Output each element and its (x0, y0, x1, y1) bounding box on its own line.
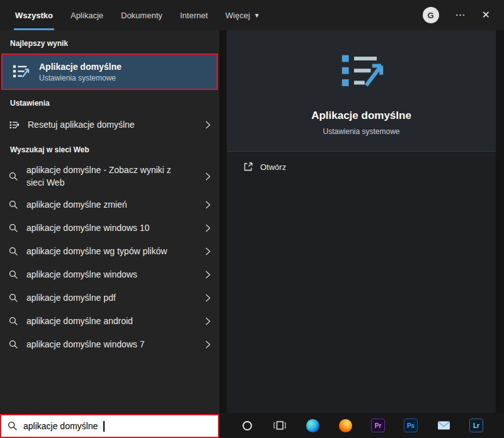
tab-more[interactable]: Więcej ▼ (217, 0, 269, 30)
search-flyout-window: Wszystko Aplikacje Dokumenty Internet Wi… (0, 0, 504, 438)
tab-all[interactable]: Wszystko (6, 0, 62, 30)
search-input[interactable]: aplikacje domyślne (0, 414, 219, 438)
lightroom-icon[interactable]: Lr (467, 417, 485, 434)
firefox-browser-icon[interactable] (336, 417, 354, 434)
chevron-right-icon[interactable] (205, 317, 210, 325)
tab-apps-label: Aplikacje (71, 11, 103, 20)
web-search-section-header: Wyszukaj w sieci Web (0, 137, 219, 160)
preview-title: Aplikacje domyślne (311, 110, 411, 122)
suggestion-label: aplikacje domyślne - Zobacz wyniki z sie… (26, 160, 185, 193)
search-query-text: aplikacje domyślne (23, 421, 98, 431)
web-suggestion-row[interactable]: aplikacje domyślne windows (0, 263, 219, 286)
chevron-right-icon[interactable] (205, 294, 210, 302)
search-icon (9, 200, 18, 210)
chevron-down-icon: ▼ (254, 12, 260, 19)
account-avatar[interactable]: G (423, 7, 439, 23)
taskbar: Pr Ps Lr (219, 413, 504, 438)
chevron-right-icon[interactable] (205, 121, 210, 129)
search-icon (9, 270, 18, 279)
tabbar-right-controls: G ⋯ ✕ (423, 0, 504, 30)
search-icon (9, 223, 18, 233)
suggestion-label: aplikacje domyślne wg typów plików (26, 241, 167, 261)
web-suggestion-row[interactable]: aplikacje domyślne windows 10 (0, 216, 219, 240)
settings-section-header: Ustawienia (0, 90, 219, 113)
photoshop-icon[interactable]: Ps (402, 417, 420, 434)
suggestion-label: aplikacje domyślne android (26, 311, 133, 331)
tab-apps[interactable]: Aplikacje (62, 0, 112, 30)
default-apps-icon (11, 63, 30, 81)
search-icon (9, 247, 18, 256)
best-match-subtitle: Ustawienia systemowe (39, 74, 122, 82)
premiere-badge-label: Pr (371, 418, 385, 432)
default-apps-list-icon (9, 120, 20, 130)
results-panel: Najlepszy wynik Aplikacje domyślne Ustaw… (0, 30, 219, 438)
tab-documents-label: Dokumenty (121, 11, 163, 20)
tab-web-label: Internet (180, 11, 208, 20)
search-icon (9, 317, 18, 326)
photoshop-badge-label: Ps (404, 418, 418, 432)
close-icon[interactable]: ✕ (482, 10, 490, 20)
search-icon (9, 293, 18, 303)
open-icon (243, 162, 253, 172)
cortana-icon[interactable] (238, 417, 256, 434)
text-caret (103, 421, 105, 432)
best-match-header: Najlepszy wynik (0, 30, 219, 53)
search-filter-tabbar: Wszystko Aplikacje Dokumenty Internet Wi… (0, 0, 504, 30)
preview-header: Aplikacje domyślne Ustawienia systemowe (227, 30, 496, 152)
result-label: Resetuj aplikacje domyślne (28, 115, 135, 135)
lightroom-badge-label: Lr (469, 418, 483, 432)
suggestion-label: aplikacje domyślne windows 10 (26, 218, 149, 238)
chevron-right-icon[interactable] (205, 201, 210, 209)
search-icon (9, 172, 18, 181)
web-suggestion-row[interactable]: aplikacje domyślne zmień (0, 193, 219, 216)
result-reset-default-apps[interactable]: Resetuj aplikacje domyślne (0, 113, 219, 137)
chevron-right-icon[interactable] (205, 224, 210, 232)
best-match-texts: Aplikacje domyślne Ustawienia systemowe (39, 62, 122, 82)
web-suggestion-row[interactable]: aplikacje domyślne android (0, 310, 219, 333)
preview-panel-column: Aplikacje domyślne Ustawienia systemowe … (219, 30, 504, 438)
task-view-icon[interactable] (271, 417, 289, 434)
suggestion-label: aplikacje domyślne windows 7 (26, 334, 145, 354)
open-action-label: Otwórz (260, 162, 286, 172)
suggestion-label: aplikacje domyślne pdf (26, 288, 116, 308)
suggestion-label: aplikacje domyślne windows (26, 264, 137, 284)
tab-documents[interactable]: Dokumenty (112, 0, 171, 30)
chevron-right-icon[interactable] (205, 247, 210, 256)
default-apps-large-icon (337, 49, 386, 94)
search-icon (9, 340, 18, 349)
more-options-icon[interactable]: ⋯ (455, 10, 466, 20)
edge-browser-icon[interactable] (304, 417, 321, 434)
mail-icon[interactable] (435, 417, 452, 434)
search-icon (8, 421, 18, 431)
premiere-pro-icon[interactable]: Pr (369, 417, 387, 434)
open-action[interactable]: Otwórz (227, 152, 496, 182)
tab-web[interactable]: Internet (171, 0, 217, 30)
best-match-title: Aplikacje domyślne (39, 62, 122, 72)
web-suggestion-row[interactable]: aplikacje domyślne wg typów plików (0, 240, 219, 263)
best-match-result[interactable]: Aplikacje domyślne Ustawienia systemowe (1, 53, 218, 90)
web-suggestion-row[interactable]: aplikacje domyślne - Zobacz wyniki z sie… (0, 160, 219, 193)
preview-panel: Aplikacje domyślne Ustawienia systemowe … (227, 30, 496, 413)
web-suggestion-row[interactable]: aplikacje domyślne windows 7 (0, 333, 219, 356)
tab-all-label: Wszystko (15, 11, 53, 20)
chevron-right-icon[interactable] (205, 172, 210, 181)
suggestion-label: aplikacje domyślne zmień (26, 194, 127, 215)
flyout-body: Najlepszy wynik Aplikacje domyślne Ustaw… (0, 30, 504, 438)
tab-more-label: Więcej (226, 11, 250, 20)
chevron-right-icon[interactable] (205, 271, 210, 279)
chevron-right-icon[interactable] (205, 340, 210, 349)
preview-subtitle: Ustawienia systemowe (323, 127, 399, 136)
web-suggestion-row[interactable]: aplikacje domyślne pdf (0, 286, 219, 310)
